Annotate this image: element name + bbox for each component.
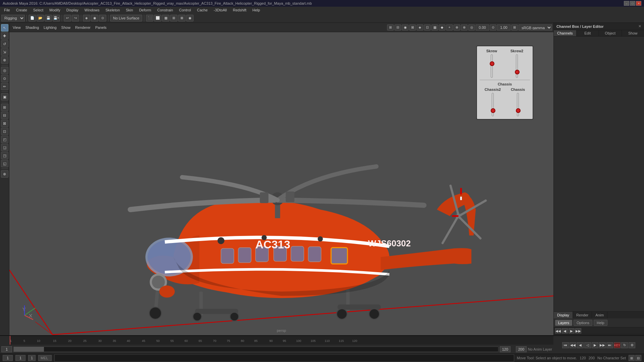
vp-icon2[interactable]: ⊟ [394,24,401,31]
save-file-btn[interactable]: 💾 [45,15,52,21]
pb-goto-end[interactable]: ⏭ [606,342,613,348]
menu-help[interactable]: Help [250,7,263,13]
layer-scroll-next[interactable]: ▶ [569,328,575,334]
vp-menu-view[interactable]: View [11,25,23,30]
scale-tool-btn[interactable]: ⇲ [1,48,8,56]
vp-icon9[interactable]: + [446,24,453,31]
render4-btn[interactable]: ⊞ [170,15,177,21]
tl-start-frame[interactable] [1,346,12,352]
menu-modify[interactable]: Modify [47,7,63,13]
subtab-options[interactable]: Options [574,320,592,326]
viewport-display8-btn[interactable]: ◱ [1,160,8,167]
vp-menu-shading[interactable]: Shading [23,25,41,30]
pb-prev-frame[interactable]: ◀◀ [570,342,576,348]
vp-icon13[interactable]: ⊙ [490,24,496,31]
vp-menu-renderer[interactable]: Renderer [73,25,93,30]
paint-select-btn[interactable]: ◉ [91,15,98,21]
render2-btn[interactable]: ⬜ [154,15,161,21]
mel-button[interactable]: MEL [38,355,52,361]
viewport-display2-btn[interactable]: ⊟ [1,112,8,119]
menu-constrain[interactable]: Constrain [155,7,176,13]
timeline-numbers-bar[interactable]: 1 5 10 15 20 25 30 35 40 45 50 55 60 65 … [9,336,553,345]
tl-range-track[interactable] [13,347,498,352]
layer-scroll-last[interactable]: ▶▶ [575,328,581,334]
viewport-display6-btn[interactable]: ◲ [1,144,8,151]
paint-tool-btn[interactable]: ✏ [1,83,8,90]
command-line-input[interactable] [54,354,514,362]
menu-redshift[interactable]: Redshift [230,7,249,13]
select-tool-btn[interactable]: ↖ [1,24,8,32]
viewport-display7-btn[interactable]: ◳ [1,152,8,159]
open-file-btn[interactable]: 📂 [37,15,44,21]
undo-btn[interactable]: ↩ [64,15,71,21]
menu-skeleton[interactable]: Skeleton [103,7,122,13]
mode-dropdown[interactable]: Rigging [1,15,25,21]
menu-3dtoall[interactable]: -3DtoAll [211,7,229,13]
status-frame-sub[interactable] [15,355,25,361]
lasso-btn[interactable]: ⊙ [99,15,106,21]
tab-object[interactable]: Object [599,30,622,36]
render6-btn[interactable]: ◉ [186,15,194,21]
menu-skin[interactable]: Skin [123,7,136,13]
pb-step-forward[interactable]: ▶▶ [599,342,606,348]
vp-icon6[interactable]: ⊡ [424,24,431,31]
menu-display[interactable]: Display [64,7,81,13]
soft-select-btn[interactable]: ◎ [1,67,8,74]
subtab-layers[interactable]: Layers [555,320,572,326]
vp-input2[interactable] [497,24,511,31]
vp-icon7[interactable]: ▦ [431,24,438,31]
cp-skrew-thumb[interactable] [490,61,494,66]
pb-goto-start[interactable]: ⏮ [562,342,569,348]
status-frame-current[interactable] [3,355,13,361]
move-tool-btn[interactable]: ✚ [1,32,8,40]
pb-loop[interactable]: ↻ [621,342,628,348]
cp-chassis-track[interactable] [517,93,519,116]
tab-show[interactable]: Show [622,30,644,36]
lasso-tool-btn[interactable]: ⊙ [1,75,8,82]
redo-btn[interactable]: ↪ [72,15,79,21]
cp-chassis-thumb[interactable] [516,108,521,113]
viewport-display4-btn[interactable]: ⊡ [1,128,8,135]
save-as-btn[interactable]: 💾+ [53,15,60,21]
render3-btn[interactable]: ▦ [162,15,169,21]
layer-scroll-prev[interactable]: ◀ [562,328,568,334]
pb-auto-key[interactable]: KEY [614,342,621,348]
layer-scroll-first[interactable]: ◀◀ [555,328,561,334]
vp-menu-panels[interactable]: Panels [93,25,109,30]
vp-icon12[interactable]: ◎ [468,24,475,31]
universal-tool-btn[interactable]: ⊕ [1,56,8,64]
tl-range-handle[interactable] [14,347,44,352]
vp-colorspace[interactable]: sRGB gamma [519,24,552,31]
status-frame-indicator[interactable]: 1 [28,355,36,361]
menu-cache[interactable]: Cache [194,7,210,13]
menu-control[interactable]: Control [176,7,194,13]
new-file-btn[interactable]: 📄 [29,15,36,21]
rotate-tool-btn[interactable]: ↺ [1,40,8,48]
subtab-help[interactable]: Help [594,320,607,326]
tab-edit[interactable]: Edit [577,30,599,36]
viewport-display1-btn[interactable]: ⊞ [1,104,8,111]
cp-skrew2-track[interactable] [516,54,518,78]
char-set-btn2[interactable]: ⊟ [635,355,641,361]
vp-icon11[interactable]: ⊗ [461,24,468,31]
tl-end-frame[interactable] [500,346,511,352]
tab-channels[interactable]: Channels [554,30,577,36]
vp-icon14[interactable]: ⊞ [511,24,518,31]
select-mode-btn[interactable]: ◈ [83,15,90,21]
channel-box-close[interactable]: ✕ [638,24,641,28]
vp-icon8[interactable]: ◆ [439,24,445,31]
vp-menu-show[interactable]: Show [59,25,73,30]
pb-settings[interactable]: ⚙ [629,342,635,348]
vp-input1[interactable] [476,24,489,31]
pb-play-forward[interactable]: ▶ [592,342,598,348]
close-button[interactable]: ✕ [636,1,641,6]
vp-icon4[interactable]: ⊠ [409,24,416,31]
vp-icon10[interactable]: ⊕ [453,24,460,31]
display-tab-render[interactable]: Render [573,312,592,318]
menu-create[interactable]: Create [13,7,30,13]
cp-chassis2-thumb[interactable] [491,108,495,113]
pb-play-back[interactable]: ◁ [584,342,591,348]
vp-menu-lighting[interactable]: Lighting [42,25,59,30]
display-tab-display[interactable]: Display [554,312,573,318]
vp-icon1[interactable]: ⊞ [387,24,394,31]
